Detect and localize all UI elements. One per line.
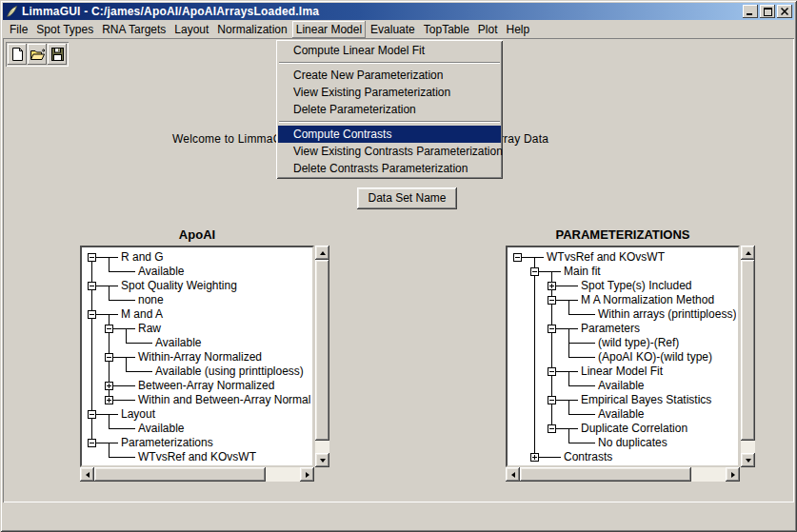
tree-node-label[interactable]: R and G (118, 250, 164, 265)
left-horizontal-scrollbar[interactable] (80, 467, 314, 482)
tree-node-available[interactable]: Available (84, 422, 310, 436)
expand-toggle[interactable] (548, 325, 556, 333)
expand-toggle[interactable] (105, 353, 113, 362)
menu-item-view-existing-contrasts-parameterization[interactable]: View Existing Contrasts Parameterization (278, 143, 501, 160)
tree-node-empirical-bayes-statistics[interactable]: Empirical Bayes Statistics (509, 393, 736, 407)
tree-node-m-a-normalization-method[interactable]: M A Normalization Method (509, 293, 736, 307)
tree-node-available[interactable]: Available (84, 265, 310, 279)
scroll-down-button[interactable] (741, 453, 755, 467)
tree-node-label[interactable]: Between-Array Normalized (135, 379, 274, 393)
right-vertical-scrollbar[interactable] (741, 246, 755, 467)
new-file-button[interactable] (8, 44, 27, 65)
tree-node-none[interactable]: none (84, 293, 310, 307)
tree-node-label[interactable]: (wild type)-(Ref) (595, 336, 679, 350)
tree-node-label[interactable]: Spot Type(s) Included (578, 279, 692, 293)
tree-node-label[interactable]: Main fit (561, 265, 601, 279)
tree-node-label[interactable]: Within and Between-Array Normalized (135, 393, 310, 407)
titlebar[interactable]: LimmaGUI - C:/james/ApoAI/ApoAIArraysLoa… (3, 3, 794, 20)
tree-node-no-duplicates[interactable]: No duplicates (509, 436, 736, 450)
menu-item-delete-contrasts-parameterization[interactable]: Delete Contrasts Parameterization (278, 160, 501, 177)
expand-toggle[interactable] (105, 396, 113, 404)
menu-evaluate[interactable]: Evaluate (367, 21, 419, 38)
expand-toggle[interactable] (88, 282, 96, 290)
scroll-right-button[interactable] (300, 467, 314, 482)
menu-rna-targets[interactable]: RNA Targets (98, 21, 169, 38)
menu-layout[interactable]: Layout (170, 21, 212, 38)
tree-node-within-array-normalized[interactable]: Within-Array Normalized (84, 350, 310, 365)
tree-node-label[interactable]: Available (135, 265, 184, 279)
tree-node-available-using-printtiploess[interactable]: Available (using printtiploess) (84, 365, 310, 379)
tree-node-m-and-a[interactable]: M and A (84, 307, 310, 322)
open-file-button[interactable] (28, 44, 47, 65)
tree-node-available[interactable]: Available (509, 379, 736, 393)
tree-node-spot-quality-weighting[interactable]: Spot Quality Weighting (84, 279, 310, 293)
vertical-scrollbar-thumb[interactable] (741, 260, 755, 441)
tree-node-label[interactable]: M and A (118, 307, 163, 322)
expand-toggle[interactable] (105, 382, 113, 390)
right-horizontal-scrollbar[interactable] (506, 467, 740, 482)
scroll-up-button[interactable] (741, 246, 755, 260)
expand-toggle[interactable] (548, 282, 556, 290)
tree-node-spot-type-s-included[interactable]: Spot Type(s) Included (509, 279, 736, 293)
tree-node-label[interactable]: Empirical Bayes Statistics (578, 393, 711, 407)
save-file-button[interactable] (48, 44, 67, 65)
tree-node-layout[interactable]: Layout (84, 407, 310, 422)
tree-node-within-and-between-array-normalized[interactable]: Within and Between-Array Normalized (84, 393, 310, 407)
scroll-left-button[interactable] (506, 467, 520, 482)
tree-node-label[interactable]: WTvsRef and KOvsWT (135, 450, 256, 463)
scroll-right-button[interactable] (726, 467, 740, 482)
expand-toggle[interactable] (548, 367, 556, 376)
tree-node-label[interactable]: Available (135, 422, 184, 436)
menu-item-delete-parameterization[interactable]: Delete Parameterization (278, 101, 501, 118)
expand-toggle[interactable] (105, 325, 113, 333)
menu-linear-model[interactable]: Linear Model (292, 21, 366, 38)
scroll-left-button[interactable] (80, 467, 94, 482)
expand-toggle[interactable] (88, 410, 96, 419)
right-tree-box[interactable]: WTvsRef and KOvsWTMain fitSpot Type(s) I… (506, 246, 740, 467)
tree-node-label[interactable]: Within arrays (printtiploess) only (595, 307, 736, 322)
expand-toggle[interactable] (88, 253, 96, 262)
expand-toggle[interactable] (88, 439, 96, 447)
menu-file[interactable]: File (6, 21, 31, 38)
tree-node-r-and-g[interactable]: R and G (84, 250, 310, 265)
tree-node-label[interactable]: No duplicates (595, 436, 667, 450)
tree-node-label[interactable]: Within-Array Normalized (135, 350, 262, 365)
tree-node-label[interactable]: WTvsRef and KOvsWT (544, 250, 665, 265)
menu-item-create-new-parameterization[interactable]: Create New Parameterization (278, 67, 501, 84)
tree-node-label[interactable]: Spot Quality Weighting (118, 279, 237, 293)
tree-node-label[interactable]: Available (152, 336, 201, 350)
left-tree-box[interactable]: R and GAvailableSpot Quality Weightingno… (80, 246, 314, 467)
tree-node-within-arrays-printtiploess-only[interactable]: Within arrays (printtiploess) only (509, 307, 736, 322)
tree-node-parameterizations[interactable]: Parameterizations (84, 436, 310, 450)
vertical-scrollbar-thumb[interactable] (315, 260, 329, 441)
tree-node-label[interactable]: Parameters (578, 322, 640, 336)
data-set-name-button[interactable]: Data Set Name (357, 187, 457, 209)
tree-node-label[interactable]: Available (595, 379, 644, 393)
tree-node-wtvsref-and-kovswt[interactable]: WTvsRef and KOvsWT (509, 250, 736, 265)
expand-toggle[interactable] (513, 253, 522, 262)
horizontal-scrollbar-thumb[interactable] (520, 467, 691, 482)
tree-node-raw[interactable]: Raw (84, 322, 310, 336)
left-vertical-scrollbar[interactable] (315, 246, 329, 467)
tree-node-parameters[interactable]: Parameters (509, 322, 736, 336)
menu-normalization[interactable]: Normalization (213, 21, 290, 38)
expand-toggle[interactable] (548, 296, 556, 305)
maximize-button[interactable] (760, 5, 775, 18)
scroll-down-button[interactable] (315, 453, 329, 467)
scroll-up-button[interactable] (315, 246, 329, 260)
expand-toggle[interactable] (548, 396, 556, 404)
close-button[interactable] (777, 5, 792, 18)
tree-node-wild-type-ref[interactable]: (wild type)-(Ref) (509, 336, 736, 350)
tree-node-label[interactable]: Available (595, 407, 644, 422)
minimize-button[interactable] (743, 5, 758, 18)
tree-node-between-array-normalized[interactable]: Between-Array Normalized (84, 379, 310, 393)
menu-plot[interactable]: Plot (474, 21, 502, 38)
tree-node-label[interactable]: Duplicate Correlation (578, 422, 687, 436)
tree-node-label[interactable]: (ApoAI KO)-(wild type) (595, 350, 712, 365)
tree-node-available[interactable]: Available (509, 407, 736, 422)
tree-node-available[interactable]: Available (84, 336, 310, 350)
tree-node-contrasts[interactable]: Contrasts (509, 450, 736, 463)
menu-item-compute-linear-model-fit[interactable]: Compute Linear Model Fit (278, 42, 501, 59)
tree-node-duplicate-correlation[interactable]: Duplicate Correlation (509, 422, 736, 436)
tree-node-label[interactable]: Raw (135, 322, 161, 336)
